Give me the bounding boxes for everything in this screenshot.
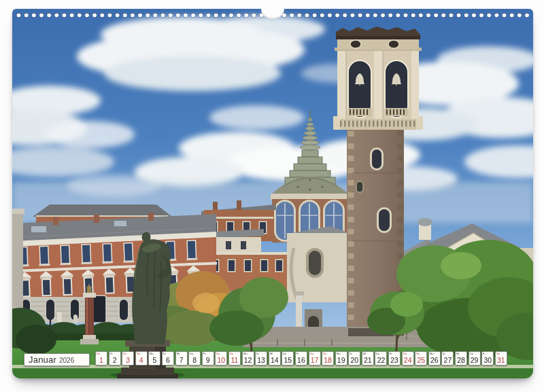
- day-cell: Fr 9: [202, 351, 214, 366]
- day-cell: Do 29: [469, 351, 481, 366]
- day-cell: So 4: [135, 351, 148, 366]
- weekday-abbr: Mo: [337, 352, 341, 355]
- day-number: 21: [362, 356, 373, 364]
- day-number: 24: [403, 356, 413, 364]
- weekday-abbr: So: [137, 352, 140, 355]
- weekday-abbr: So: [416, 352, 420, 355]
- day-cell: Mi 7: [175, 351, 188, 366]
- day-number: 18: [322, 356, 333, 364]
- day-number: 16: [296, 356, 307, 364]
- weekday-abbr: Do: [97, 352, 100, 355]
- day-number: 25: [415, 356, 426, 364]
- day-number: 8: [189, 356, 200, 364]
- day-cell: Mi 21: [362, 351, 374, 366]
- weekday-abbr: Di: [350, 352, 352, 355]
- day-number: 15: [282, 356, 293, 364]
- day-number: 9: [203, 356, 214, 364]
- day-number: 22: [375, 356, 386, 364]
- weekday-abbr: Do: [283, 352, 286, 355]
- calendar-page: Januar 2026 Do 1 Fr 2 Sa 3: [12, 9, 533, 378]
- day-number: 27: [442, 356, 453, 364]
- weekday-abbr: Mi: [177, 352, 180, 355]
- day-number: 28: [456, 356, 466, 364]
- day-number: 20: [349, 356, 360, 364]
- day-cell: Di 20: [348, 351, 360, 366]
- day-cell: Mi 28: [455, 351, 467, 366]
- day-cell: Fr 2: [109, 351, 121, 366]
- weekday-abbr: Fr: [203, 352, 206, 355]
- day-cells-row: Do 1 Fr 2 Sa 3 So 4: [95, 351, 507, 366]
- lower-grass: [12, 368, 533, 378]
- weekday-abbr: Mi: [363, 352, 367, 355]
- weekday-abbr: Sa: [310, 352, 313, 355]
- day-number: 13: [256, 356, 267, 364]
- weekday-abbr: Mo: [243, 352, 248, 355]
- day-cell: Sa 17: [309, 351, 321, 366]
- year-label: 2026: [59, 357, 74, 364]
- day-cell: Sa 31: [495, 351, 507, 366]
- day-number: 17: [309, 356, 320, 364]
- weekday-abbr: Do: [470, 352, 473, 355]
- day-cell: Mo 19: [335, 351, 347, 366]
- weekday-abbr: Mi: [456, 352, 460, 355]
- day-number: 2: [109, 356, 120, 364]
- day-cell: Do 8: [188, 351, 201, 366]
- day-cell: Sa 10: [215, 351, 227, 366]
- day-number: 19: [336, 356, 347, 364]
- day-cell: So 25: [415, 351, 427, 366]
- weekday-abbr: Fr: [296, 352, 299, 355]
- weekday-abbr: Mo: [150, 352, 154, 355]
- month-name: Januar: [29, 355, 56, 365]
- weekday-abbr: Fr: [483, 352, 486, 355]
- day-cell: Sa 3: [122, 351, 134, 366]
- day-number: 10: [216, 356, 226, 364]
- day-cell: Mo 5: [148, 351, 160, 366]
- weekday-abbr: So: [230, 352, 233, 355]
- day-number: 29: [469, 356, 480, 364]
- weekday-abbr: Sa: [403, 352, 407, 355]
- day-cell: Mo 12: [242, 351, 254, 366]
- day-cell: So 11: [228, 351, 241, 366]
- day-number: 14: [269, 356, 280, 364]
- day-number: 3: [122, 356, 133, 364]
- day-cell: Di 27: [441, 351, 454, 366]
- day-number: 4: [136, 356, 147, 364]
- day-number: 30: [482, 356, 493, 364]
- weekday-abbr: Di: [443, 352, 445, 355]
- day-number: 26: [429, 356, 440, 364]
- day-number: 23: [389, 356, 400, 364]
- day-cell: Do 15: [282, 351, 294, 366]
- day-number: 7: [176, 356, 187, 364]
- day-cell: Fr 16: [295, 351, 307, 366]
- weekday-abbr: Fr: [110, 352, 113, 355]
- day-cell: Di 6: [162, 351, 174, 366]
- weekday-abbr: Di: [256, 352, 259, 355]
- day-number: 5: [149, 356, 160, 364]
- weekday-abbr: Sa: [216, 352, 220, 355]
- weekday-abbr: Do: [190, 352, 193, 355]
- day-cell: Fr 23: [388, 351, 401, 366]
- day-cell: Di 13: [255, 351, 267, 366]
- weekday-abbr: Sa: [496, 352, 500, 355]
- weekday-abbr: Do: [376, 352, 379, 355]
- day-cell: Mo 26: [428, 351, 441, 366]
- day-cell: Fr 30: [481, 351, 494, 366]
- turin-cathedral-photo: [12, 9, 533, 378]
- day-cell: Mi 14: [269, 351, 281, 366]
- day-cell: So 18: [322, 351, 334, 366]
- weekday-abbr: Fr: [390, 352, 392, 355]
- day-cell: Sa 24: [402, 351, 414, 366]
- day-number: 11: [229, 356, 240, 364]
- weekday-abbr: So: [323, 352, 326, 355]
- weekday-abbr: Di: [163, 352, 166, 355]
- day-cell: Do 1: [95, 351, 107, 366]
- weekday-abbr: Mo: [430, 352, 434, 355]
- day-number: 12: [243, 356, 254, 364]
- calendar-strip: Januar 2026 Do 1 Fr 2 Sa 3: [24, 351, 507, 366]
- weekday-abbr: Sa: [123, 352, 126, 355]
- day-number: 6: [163, 356, 173, 364]
- day-cell: Do 22: [375, 351, 387, 366]
- day-number: 1: [96, 356, 107, 364]
- day-number: 31: [496, 356, 507, 364]
- weekday-abbr: Mi: [270, 352, 273, 355]
